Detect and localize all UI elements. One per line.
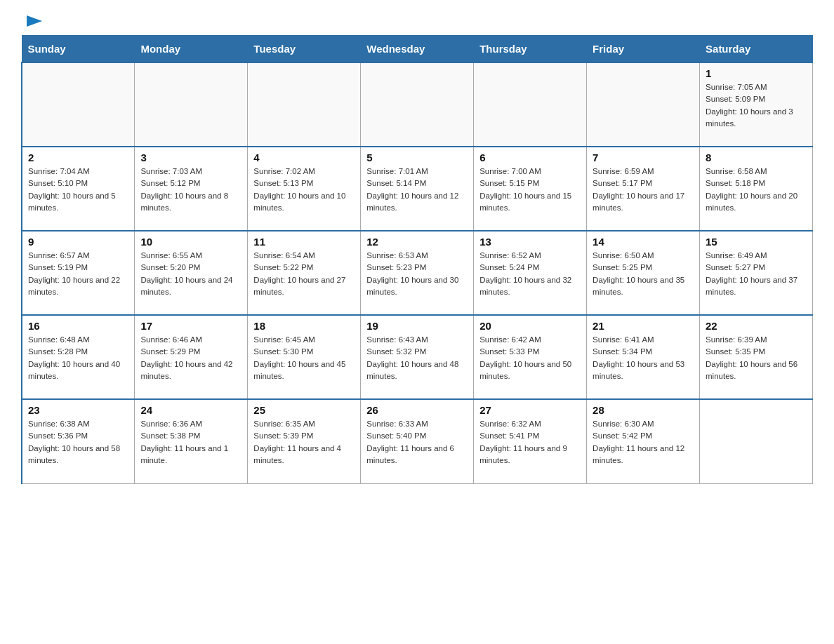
calendar-cell: 22Sunrise: 6:39 AM Sunset: 5:35 PM Dayli…	[700, 315, 813, 399]
day-info: Sunrise: 6:41 AM Sunset: 5:34 PM Dayligh…	[593, 334, 694, 382]
day-info: Sunrise: 6:39 AM Sunset: 5:35 PM Dayligh…	[706, 334, 807, 382]
calendar-cell: 5Sunrise: 7:01 AM Sunset: 5:14 PM Daylig…	[361, 147, 474, 231]
day-info: Sunrise: 6:54 AM Sunset: 5:22 PM Dayligh…	[253, 250, 355, 298]
calendar-cell: 9Sunrise: 6:57 AM Sunset: 5:19 PM Daylig…	[22, 231, 135, 315]
day-info: Sunrise: 6:48 AM Sunset: 5:28 PM Dayligh…	[28, 334, 128, 382]
calendar-cell: 23Sunrise: 6:38 AM Sunset: 5:36 PM Dayli…	[22, 399, 135, 483]
calendar-cell: 13Sunrise: 6:52 AM Sunset: 5:24 PM Dayli…	[474, 231, 587, 315]
day-number: 24	[140, 404, 241, 416]
day-info: Sunrise: 6:57 AM Sunset: 5:19 PM Dayligh…	[28, 250, 128, 298]
calendar-cell: 16Sunrise: 6:48 AM Sunset: 5:28 PM Dayli…	[22, 315, 135, 399]
page-header	[21, 14, 813, 28]
day-number: 3	[140, 152, 241, 163]
day-number: 13	[479, 236, 581, 248]
day-info: Sunrise: 7:00 AM Sunset: 5:15 PM Dayligh…	[479, 166, 581, 214]
calendar-table: SundayMondayTuesdayWednesdayThursdayFrid…	[21, 35, 813, 484]
calendar-cell: 3Sunrise: 7:03 AM Sunset: 5:12 PM Daylig…	[135, 147, 248, 231]
day-number: 27	[479, 404, 581, 416]
calendar-cell	[361, 62, 474, 147]
day-number: 5	[366, 152, 468, 163]
day-info: Sunrise: 6:49 AM Sunset: 5:27 PM Dayligh…	[706, 250, 807, 298]
calendar-cell: 20Sunrise: 6:42 AM Sunset: 5:33 PM Dayli…	[474, 315, 587, 399]
calendar-header-row: SundayMondayTuesdayWednesdayThursdayFrid…	[22, 36, 813, 63]
calendar-cell: 6Sunrise: 7:00 AM Sunset: 5:15 PM Daylig…	[474, 147, 587, 231]
calendar-cell	[587, 62, 700, 147]
day-number: 20	[479, 320, 581, 332]
header-saturday: Saturday	[700, 36, 813, 63]
day-info: Sunrise: 6:52 AM Sunset: 5:24 PM Dayligh…	[479, 250, 581, 298]
day-info: Sunrise: 6:53 AM Sunset: 5:23 PM Dayligh…	[366, 250, 468, 298]
day-number: 7	[593, 152, 694, 163]
day-info: Sunrise: 6:36 AM Sunset: 5:38 PM Dayligh…	[140, 418, 241, 467]
calendar-cell: 15Sunrise: 6:49 AM Sunset: 5:27 PM Dayli…	[700, 231, 813, 315]
calendar-week-row: 16Sunrise: 6:48 AM Sunset: 5:28 PM Dayli…	[22, 315, 813, 399]
calendar-cell: 10Sunrise: 6:55 AM Sunset: 5:20 PM Dayli…	[135, 231, 248, 315]
day-number: 18	[253, 320, 355, 332]
day-number: 26	[366, 404, 468, 416]
calendar-cell: 24Sunrise: 6:36 AM Sunset: 5:38 PM Dayli…	[135, 399, 248, 483]
day-number: 19	[366, 320, 468, 332]
day-number: 28	[593, 404, 694, 416]
day-number: 16	[28, 320, 128, 332]
calendar-cell	[474, 62, 587, 147]
header-wednesday: Wednesday	[361, 36, 474, 63]
calendar-week-row: 23Sunrise: 6:38 AM Sunset: 5:36 PM Dayli…	[22, 399, 813, 483]
calendar-cell: 25Sunrise: 6:35 AM Sunset: 5:39 PM Dayli…	[248, 399, 361, 483]
calendar-cell: 19Sunrise: 6:43 AM Sunset: 5:32 PM Dayli…	[361, 315, 474, 399]
calendar-cell: 18Sunrise: 6:45 AM Sunset: 5:30 PM Dayli…	[248, 315, 361, 399]
day-number: 8	[706, 152, 807, 163]
day-info: Sunrise: 6:43 AM Sunset: 5:32 PM Dayligh…	[366, 334, 468, 382]
calendar-cell: 14Sunrise: 6:50 AM Sunset: 5:25 PM Dayli…	[587, 231, 700, 315]
day-info: Sunrise: 6:55 AM Sunset: 5:20 PM Dayligh…	[140, 250, 241, 298]
calendar-week-row: 2Sunrise: 7:04 AM Sunset: 5:10 PM Daylig…	[22, 147, 813, 231]
calendar-cell: 27Sunrise: 6:32 AM Sunset: 5:41 PM Dayli…	[474, 399, 587, 483]
day-info: Sunrise: 7:05 AM Sunset: 5:09 PM Dayligh…	[706, 81, 807, 130]
day-info: Sunrise: 6:45 AM Sunset: 5:30 PM Dayligh…	[253, 334, 355, 382]
day-number: 17	[140, 320, 241, 332]
calendar-cell	[135, 62, 248, 147]
calendar-cell	[22, 62, 135, 147]
day-info: Sunrise: 6:50 AM Sunset: 5:25 PM Dayligh…	[593, 250, 694, 298]
day-number: 2	[28, 152, 128, 163]
day-number: 25	[253, 404, 355, 416]
day-number: 6	[479, 152, 581, 163]
calendar-week-row: 1Sunrise: 7:05 AM Sunset: 5:09 PM Daylig…	[22, 62, 813, 147]
calendar-cell: 2Sunrise: 7:04 AM Sunset: 5:10 PM Daylig…	[22, 147, 135, 231]
header-sunday: Sunday	[22, 36, 135, 63]
day-number: 23	[28, 404, 128, 416]
header-thursday: Thursday	[474, 36, 587, 63]
calendar-cell: 28Sunrise: 6:30 AM Sunset: 5:42 PM Dayli…	[587, 399, 700, 483]
calendar-cell: 7Sunrise: 6:59 AM Sunset: 5:17 PM Daylig…	[587, 147, 700, 231]
day-number: 4	[253, 152, 355, 163]
day-info: Sunrise: 7:02 AM Sunset: 5:13 PM Dayligh…	[253, 166, 355, 214]
header-tuesday: Tuesday	[248, 36, 361, 63]
calendar-cell	[248, 62, 361, 147]
calendar-week-row: 9Sunrise: 6:57 AM Sunset: 5:19 PM Daylig…	[22, 231, 813, 315]
day-info: Sunrise: 6:32 AM Sunset: 5:41 PM Dayligh…	[479, 418, 581, 467]
logo-flag-icon	[22, 11, 45, 34]
day-info: Sunrise: 6:59 AM Sunset: 5:17 PM Dayligh…	[593, 166, 694, 214]
day-number: 22	[706, 320, 807, 332]
day-number: 9	[28, 236, 128, 248]
day-number: 12	[366, 236, 468, 248]
calendar-cell: 8Sunrise: 6:58 AM Sunset: 5:18 PM Daylig…	[700, 147, 813, 231]
calendar-cell: 12Sunrise: 6:53 AM Sunset: 5:23 PM Dayli…	[361, 231, 474, 315]
calendar-cell: 1Sunrise: 7:05 AM Sunset: 5:09 PM Daylig…	[700, 62, 813, 147]
calendar-cell: 26Sunrise: 6:33 AM Sunset: 5:40 PM Dayli…	[361, 399, 474, 483]
day-number: 15	[706, 236, 807, 248]
day-info: Sunrise: 6:38 AM Sunset: 5:36 PM Dayligh…	[28, 418, 128, 467]
day-info: Sunrise: 6:33 AM Sunset: 5:40 PM Dayligh…	[366, 418, 468, 467]
day-info: Sunrise: 6:46 AM Sunset: 5:29 PM Dayligh…	[140, 334, 241, 382]
calendar-cell: 4Sunrise: 7:02 AM Sunset: 5:13 PM Daylig…	[248, 147, 361, 231]
day-info: Sunrise: 6:58 AM Sunset: 5:18 PM Dayligh…	[706, 166, 807, 214]
day-info: Sunrise: 6:42 AM Sunset: 5:33 PM Dayligh…	[479, 334, 581, 382]
day-info: Sunrise: 6:30 AM Sunset: 5:42 PM Dayligh…	[593, 418, 694, 467]
day-number: 11	[253, 236, 355, 248]
header-friday: Friday	[587, 36, 700, 63]
calendar-cell: 21Sunrise: 6:41 AM Sunset: 5:34 PM Dayli…	[587, 315, 700, 399]
header-monday: Monday	[135, 36, 248, 63]
day-number: 21	[593, 320, 694, 332]
day-number: 1	[706, 67, 807, 79]
day-info: Sunrise: 6:35 AM Sunset: 5:39 PM Dayligh…	[253, 418, 355, 467]
day-info: Sunrise: 7:04 AM Sunset: 5:10 PM Dayligh…	[28, 166, 128, 214]
